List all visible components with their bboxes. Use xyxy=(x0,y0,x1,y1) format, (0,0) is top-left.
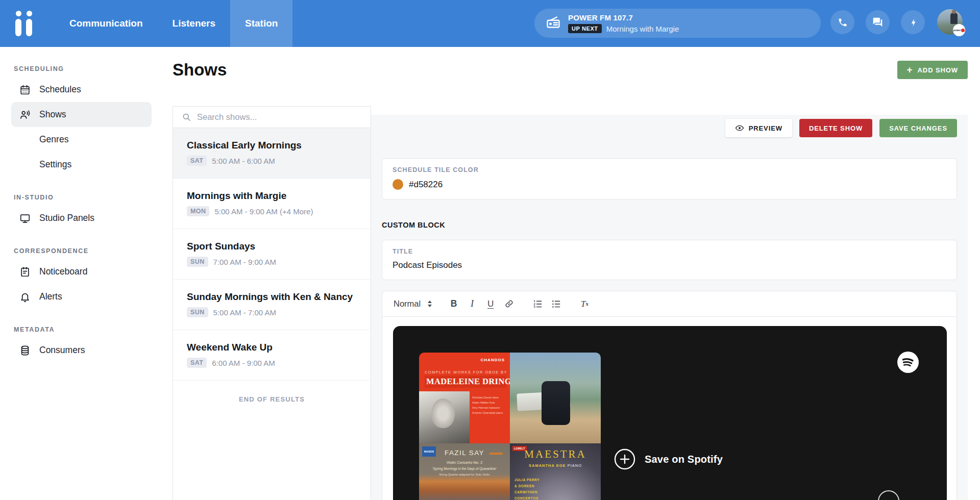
save-on-spotify-label: Save on Spotify xyxy=(645,454,723,465)
album-artist-role: PIANO xyxy=(568,463,582,468)
embed-control-partial xyxy=(878,490,899,500)
delete-show-button[interactable]: DELETE SHOW xyxy=(799,119,872,137)
album-artist: SAMANTHA EGE xyxy=(529,463,566,468)
bold-button[interactable]: B xyxy=(446,296,461,312)
tile-color-picker[interactable]: #d58226 xyxy=(393,179,946,190)
album-cover-madeleine-dring: CHANDOS COMPLETE WORKS FOR OBOE BY MADEL… xyxy=(419,353,510,443)
delete-show-label: DELETE SHOW xyxy=(809,124,863,132)
chat-button[interactable] xyxy=(866,10,890,34)
show-time: 5:00 AM - 7:00 AM xyxy=(213,308,276,317)
show-item-mornings-with-margie[interactable]: Mornings with Margie MON 5:00 AM - 9:00 … xyxy=(173,179,371,229)
show-item-classical-early-mornings[interactable]: Classical Early Mornings SAT 5:00 AM - 6… xyxy=(173,128,371,179)
link-button[interactable] xyxy=(501,296,517,312)
color-swatch[interactable] xyxy=(393,179,403,190)
album-title: MAESTRA xyxy=(510,448,601,461)
paragraph-style-select[interactable]: Normal xyxy=(390,299,435,309)
show-title: Classical Early Mornings xyxy=(187,140,358,151)
show-time: 7:00 AM - 9:00 AM xyxy=(213,258,276,266)
sidebar-item-alerts[interactable]: Alerts xyxy=(11,284,152,309)
eye-icon xyxy=(735,123,744,133)
clear-formatting-button[interactable]: Tx xyxy=(577,296,592,312)
sidebar-item-schedules[interactable]: Schedules xyxy=(11,77,152,102)
bullet-list-button[interactable] xyxy=(548,296,564,312)
show-detail-panel: PREVIEW DELETE SHOW SAVE CHANGES SCHEDUL… xyxy=(371,115,968,500)
italic-button[interactable]: I xyxy=(464,296,480,312)
nav-tab-label: Communication xyxy=(69,18,143,29)
show-item-weekend-wake-up[interactable]: Weekend Wake Up SAT 6:00 AM - 9:00 AM xyxy=(173,330,371,381)
album-cover-fazil-say: NAXOS FAZIL SAY Violin Concerto No. 2 'S… xyxy=(419,443,510,500)
sidebar-item-label: Settings xyxy=(39,159,71,170)
bullet-list-icon xyxy=(551,299,561,309)
sidebar-item-noticeboard[interactable]: Noticeboard xyxy=(11,259,152,284)
plus-circle-icon xyxy=(614,448,635,470)
phone-button[interactable] xyxy=(830,10,854,34)
show-item-sunday-mornings-with-ken-nancy[interactable]: Sunday Mornings with Ken & Nancy SUN 5:0… xyxy=(173,280,371,330)
radio-app-logo[interactable] xyxy=(15,11,32,36)
title-label: TITLE xyxy=(393,248,946,255)
album-subtitle: 'Spring Mornings in the Days of Quaranti… xyxy=(419,467,510,470)
add-show-button[interactable]: + ADD SHOW xyxy=(897,61,968,79)
album-label: CHANDOS xyxy=(481,358,505,362)
logo-mark xyxy=(15,11,21,36)
up-next-badge: UP NEXT xyxy=(568,24,602,33)
search-icon xyxy=(182,112,191,122)
color-value: #d58226 xyxy=(409,180,443,190)
logo-mark xyxy=(26,11,32,36)
spotify-embed: CHANDOS COMPLETE WORKS FOR OBOE BY MADEL… xyxy=(393,326,947,500)
sidebar-item-consumers[interactable]: Consumers xyxy=(11,338,152,363)
album-work: Violin Concerto No. 2 xyxy=(419,460,510,465)
avatar-photo xyxy=(950,13,958,24)
editor-content[interactable]: CHANDOS COMPLETE WORKS FOR OBOE BY MADEL… xyxy=(382,317,957,500)
block-title-input[interactable] xyxy=(393,260,946,270)
search-input[interactable] xyxy=(197,112,362,122)
album-subtitle: String Quartet adapted for Solo Violin xyxy=(419,473,510,476)
svg-text:3: 3 xyxy=(533,305,535,308)
show-title: Mornings with Margie xyxy=(187,190,358,202)
sidebar-item-studio-panels[interactable]: Studio Panels xyxy=(11,206,152,231)
day-badge: MON xyxy=(187,206,209,216)
rich-text-editor-card: Normal B I U 123 Tx xyxy=(382,291,957,500)
sidebar-item-shows[interactable]: Shows xyxy=(11,102,152,127)
album-portrait xyxy=(419,391,470,443)
save-changes-label: SAVE CHANGES xyxy=(889,124,947,132)
album-subtitle: COMPLETE WORKS FOR OBOE BY xyxy=(425,370,507,374)
preview-button[interactable]: PREVIEW xyxy=(725,119,792,137)
activity-button[interactable] xyxy=(901,10,925,34)
avatar-badge-label: power xyxy=(953,29,961,32)
save-changes-button[interactable]: SAVE CHANGES xyxy=(879,119,957,137)
preview-label: PREVIEW xyxy=(749,124,782,132)
main-content: Shows + ADD SHOW Classical Early Morning… xyxy=(153,47,980,500)
clipboard-icon xyxy=(19,266,31,278)
end-of-results-label: END OF RESULTS xyxy=(173,395,371,403)
station-status-pill[interactable]: POWER FM 107.7 UP NEXT Mornings with Mar… xyxy=(534,9,821,38)
record-dot-icon xyxy=(961,29,965,32)
add-show-label: ADD SHOW xyxy=(918,66,958,74)
sidebar-item-genres[interactable]: Genres xyxy=(11,127,152,152)
show-time: 5:00 AM - 9:00 AM (+4 More) xyxy=(214,207,313,216)
nav-tab-listeners[interactable]: Listeners xyxy=(158,0,230,47)
show-time: 5:00 AM - 6:00 AM xyxy=(212,157,275,165)
show-title: Sport Sundays xyxy=(187,241,358,252)
ordered-list-button[interactable]: 123 xyxy=(530,296,545,312)
user-avatar[interactable]: power xyxy=(937,9,963,35)
sidebar-item-settings[interactable]: Settings xyxy=(11,152,152,177)
save-on-spotify-button[interactable]: Save on Spotify xyxy=(614,448,723,470)
underline-button[interactable]: U xyxy=(483,296,498,312)
database-icon xyxy=(19,344,31,357)
nav-tab-station[interactable]: Station xyxy=(230,0,292,47)
day-badge: SUN xyxy=(187,257,208,267)
show-item-sport-sundays[interactable]: Sport Sundays SUN 7:00 AM - 9:00 AM xyxy=(173,229,371,280)
sidebar: SCHEDULING Schedules Shows Genres xyxy=(0,47,153,500)
sidebar-item-label: Studio Panels xyxy=(39,213,94,223)
sidebar-section-label: CORRESPONDENCE xyxy=(14,247,153,255)
day-badge: SAT xyxy=(187,156,207,166)
spotify-logo-icon[interactable] xyxy=(897,351,919,373)
sidebar-section-label: SCHEDULING xyxy=(14,65,153,72)
album-cover-maestra: LORELT MAESTRA SAMANTHA EGE PIANO JULIA … xyxy=(510,443,601,500)
phone-icon xyxy=(838,17,848,28)
sidebar-section: CORRESPONDENCE Noticeboard Alerts xyxy=(0,247,153,309)
nav-tab-communication[interactable]: Communication xyxy=(55,0,158,47)
block-title-card: TITLE xyxy=(382,240,957,280)
paragraph-style-value: Normal xyxy=(394,299,421,309)
sidebar-item-label: Consumers xyxy=(39,345,85,356)
